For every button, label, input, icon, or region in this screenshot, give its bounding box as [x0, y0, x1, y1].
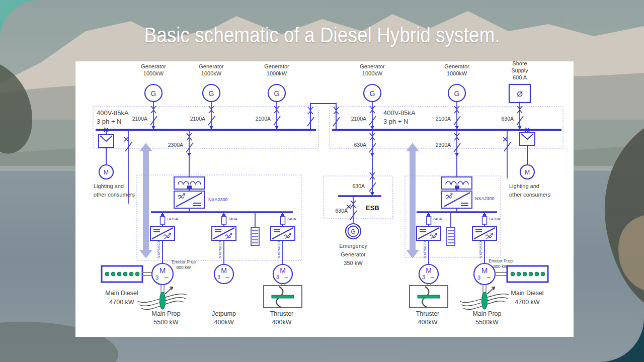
left-rectifier-model: NXA2300 [208, 197, 228, 202]
generator-1: Generator 1000kW G 2100A [132, 63, 166, 130]
esb-feeder-rating: 630A [354, 142, 366, 148]
right-feeder-rating: 2300A [436, 142, 451, 148]
right-mainprop-motor-3: 3 [477, 275, 480, 281]
right-lighting-label-1: Lighting and [509, 183, 539, 189]
right-thruster: M 3 ~ Thruster 400kW [410, 264, 448, 326]
esb-section: 630A 630A ESB 630A G Emergency Generator… [324, 129, 392, 266]
right-power-flow-arrow [406, 143, 419, 258]
left-inverter-thruster [271, 226, 295, 240]
left-drive-feeder: 2300A [168, 129, 193, 177]
left-battery [251, 227, 259, 245]
left-inverter-jetpump [212, 226, 236, 240]
right-fuse-thruster-rating: 740A [433, 217, 442, 221]
shore-label-2: Supply [511, 67, 528, 73]
left-rectifier [174, 191, 204, 208]
esb-incoming-breaker [369, 168, 376, 196]
generator-1-breaker-rating: 2100A [132, 116, 147, 122]
left-prop-power: 5500 kW [153, 319, 179, 326]
generator-3: Generator 1000kW G 2100A [256, 63, 289, 130]
right-lighting-feeder: M Lighting and other consumers [503, 128, 550, 198]
shore-label-1: Shore [512, 61, 527, 66]
left-board-rating-2: 3 ph + N [97, 118, 122, 125]
right-mainprop-motor-wave: ~ [487, 274, 491, 282]
left-thruster-motor-wave: ~ [284, 274, 288, 281]
left-mainprop-motor-3: 3 [155, 275, 158, 281]
left-emotor-label-1: Emotor Prop [172, 259, 196, 264]
left-fuse-thruster-rating: 740A [287, 217, 296, 221]
left-thruster-motor-3: 3 [276, 274, 279, 280]
shore-label-3: 600 A [513, 74, 527, 80]
left-lighting-converter [99, 134, 114, 147]
generator-3-label: Generator [264, 63, 289, 69]
generator-2: Generator 1000kW G 2100A [190, 63, 224, 130]
esb-generator-rating: 630A [335, 208, 348, 214]
left-feeder-rating: 2300A [168, 142, 183, 148]
emergency-generator-letter: G [351, 228, 355, 235]
right-rectifier [442, 191, 472, 208]
left-fuse-jetpump [222, 212, 226, 224]
schematic-panel: 400V-85kA 3 ph + N 400V-85kA 3 ph + N Ge… [75, 61, 574, 337]
right-drive-section: NXA2300 740A NXP0820 1478A NXP1640 [417, 177, 501, 264]
right-thruster-tunnel [410, 286, 448, 308]
generator-4-label: Generator [360, 63, 385, 69]
left-inverter-mainprop-model: NXP1640 [156, 241, 161, 258]
schematic-svg: 400V-85kA 3 ph + N 400V-85kA 3 ph + N Ge… [75, 61, 574, 337]
jetpump-power: 400kW [214, 319, 234, 326]
left-thruster-tunnel [264, 286, 302, 308]
right-battery [447, 227, 455, 245]
right-rectifier-model: NXA2300 [475, 196, 495, 201]
generator-1-power: 1000kW [143, 70, 164, 76]
generator-4: Generator 1000kW G 2100A [351, 63, 385, 130]
left-mainprop-motor-wave: ~ [165, 274, 169, 282]
right-prop-power: 5500kW [475, 319, 499, 326]
generator-4-power: 1000kW [362, 70, 383, 76]
jetpump-motor-wave: ~ [225, 274, 229, 281]
generator-5-letter: G [454, 89, 460, 98]
right-emotor-label-1: Emotor Prop [489, 258, 513, 263]
left-fuse-jetpump-rating: 740A [228, 217, 237, 221]
generator-2-letter: G [209, 89, 214, 98]
generator-3-breaker-rating: 2100A [256, 116, 271, 122]
right-fuse-mainprop [482, 212, 487, 224]
right-lighting-label-2: other consumers [509, 192, 550, 198]
right-inverter-thruster [417, 226, 441, 240]
left-board-rating-1: 400V-85kA [97, 109, 129, 117]
generator-4-breaker-rating: 2100A [351, 116, 366, 122]
generator-3-letter: G [274, 89, 280, 98]
jetpump-motor-3: 3 [217, 274, 220, 280]
jetpump-motor: M 3 ~ Jetpump 400kW [212, 264, 236, 326]
emergency-generator-label-1: Emergency [339, 243, 367, 249]
left-inverter-thruster-model: NXP0820 [277, 241, 281, 258]
left-propeller [138, 287, 187, 309]
slide: { "title": "Basic schematic of a Diesel … [0, 0, 644, 362]
left-lighting-label-2: other consumers [94, 192, 135, 198]
emergency-generator-label-3: 350 kW [344, 260, 363, 266]
right-emotor-label-2: 800 kW [494, 264, 508, 269]
left-fuse-mainprop-rating: 1478A [167, 217, 179, 221]
right-board-rating-2: 3 ph + N [383, 118, 409, 125]
jetpump-label: Jetpump [212, 310, 236, 317]
esb-generator-breaker [350, 196, 357, 223]
left-fuse-mainprop [160, 212, 165, 224]
left-power-flow-arrow [139, 143, 152, 258]
right-fuse-mainprop-rating: 1478A [489, 217, 501, 221]
left-emotor-label-2: 800 kW [177, 265, 191, 270]
left-fuse-thruster [281, 212, 285, 224]
left-prop-label: Main Prop [152, 310, 181, 317]
right-diesel-label: Main Diesel [511, 290, 543, 297]
left-lighting-feeder: M Lighting and other consumers [94, 128, 135, 204]
right-prop-label: Main Prop [473, 310, 502, 317]
shore-breaker [517, 102, 523, 130]
generator-1-letter: G [151, 89, 156, 98]
esb-incoming-rating: 630A [352, 183, 365, 189]
esb-label: ESB [366, 204, 379, 212]
left-mainprop-motor: Emotor Prop 800 kW M 3 ~ Main Prop 5500 … [138, 259, 196, 326]
generator-5-power: 1000kW [447, 70, 467, 76]
left-diesel-power: 4700 kW [109, 299, 134, 306]
generator-5-breaker [454, 102, 460, 130]
generator-2-label: Generator [199, 63, 224, 69]
right-board-rating-1: 400V-85kA [383, 109, 416, 117]
generator-5: Generator 1000kW G 2100A [436, 63, 469, 130]
right-inverter-mainprop-model: NXP1640 [478, 241, 483, 258]
left-lighting-label-1: Lighting and [94, 183, 124, 189]
